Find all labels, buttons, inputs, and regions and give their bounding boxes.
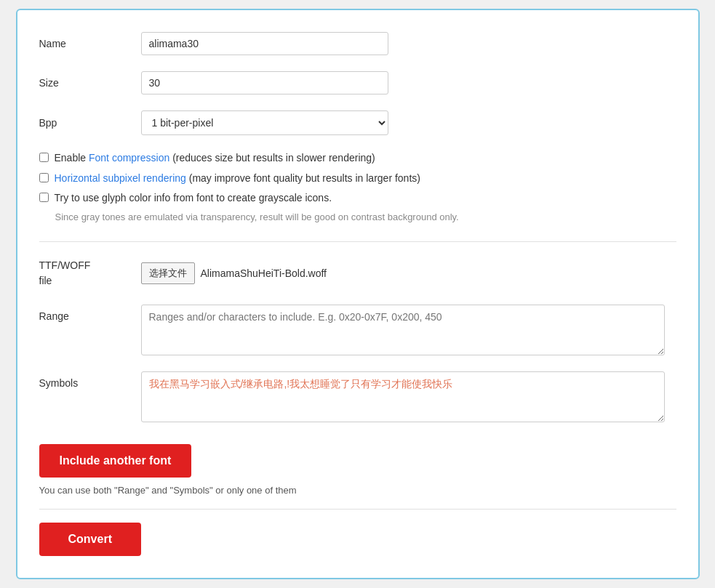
bpp-label: Bpp — [39, 117, 141, 129]
range-symbols-note: You can use both "Range" and "Symbols" o… — [39, 485, 676, 496]
font-compression-checkbox[interactable] — [39, 153, 49, 162]
name-row: Name — [39, 32, 676, 55]
choose-file-button[interactable]: 选择文件 — [141, 262, 195, 284]
size-label: Size — [39, 77, 141, 89]
file-name-display: AlimamaShuHeiTi-Bold.woff — [201, 267, 327, 279]
glyph-color-checkbox[interactable] — [39, 193, 49, 202]
checkbox2-label: Horizontal subpixel rendering (may impro… — [55, 172, 420, 186]
bpp-row: Bpp 1 bit-per-pixel 2 bit-per-pixel 4 bi… — [39, 110, 676, 135]
file-row: TTF/WOFFfile 选择文件 AlimamaShuHeiTi-Bold.w… — [39, 258, 676, 289]
checkboxes-section: Enable Font compression (reduces size bu… — [39, 151, 676, 242]
range-label: Range — [39, 305, 141, 322]
checkbox3-note: Since gray tones are emulated via transp… — [55, 212, 676, 222]
range-textarea[interactable] — [141, 305, 665, 355]
font-compression-link[interactable]: Font compression — [89, 152, 169, 164]
checkbox3-label: Try to use glyph color info from font to… — [55, 191, 332, 206]
checkbox2-row: Horizontal subpixel rendering (may impro… — [39, 172, 676, 186]
file-label: TTF/WOFFfile — [39, 258, 141, 289]
name-label: Name — [39, 38, 141, 49]
convert-button[interactable]: Convert — [39, 523, 141, 556]
symbols-label: Symbols — [39, 371, 141, 389]
bottom-divider — [39, 509, 676, 510]
size-input[interactable] — [141, 71, 388, 94]
file-input-wrapper: 选择文件 AlimamaShuHeiTi-Bold.woff — [141, 262, 327, 284]
bpp-select[interactable]: 1 bit-per-pixel 2 bit-per-pixel 4 bit-pe… — [141, 110, 388, 135]
checkbox1-label: Enable Font compression (reduces size bu… — [55, 151, 375, 166]
checkbox3-row: Try to use glyph color info from font to… — [39, 191, 676, 206]
name-input[interactable] — [141, 32, 388, 55]
checkbox1-row: Enable Font compression (reduces size bu… — [39, 151, 676, 166]
include-another-font-button[interactable]: Include another font — [39, 444, 192, 478]
range-row: Range — [39, 305, 676, 355]
size-row: Size — [39, 71, 676, 94]
symbols-textarea[interactable] — [141, 371, 665, 422]
symbols-row: Symbols — [39, 371, 676, 422]
subpixel-rendering-checkbox[interactable] — [39, 173, 49, 182]
subpixel-rendering-link[interactable]: Horizontal subpixel rendering — [55, 172, 186, 184]
main-container: Name Size Bpp 1 bit-per-pixel 2 bit-per-… — [16, 9, 700, 579]
